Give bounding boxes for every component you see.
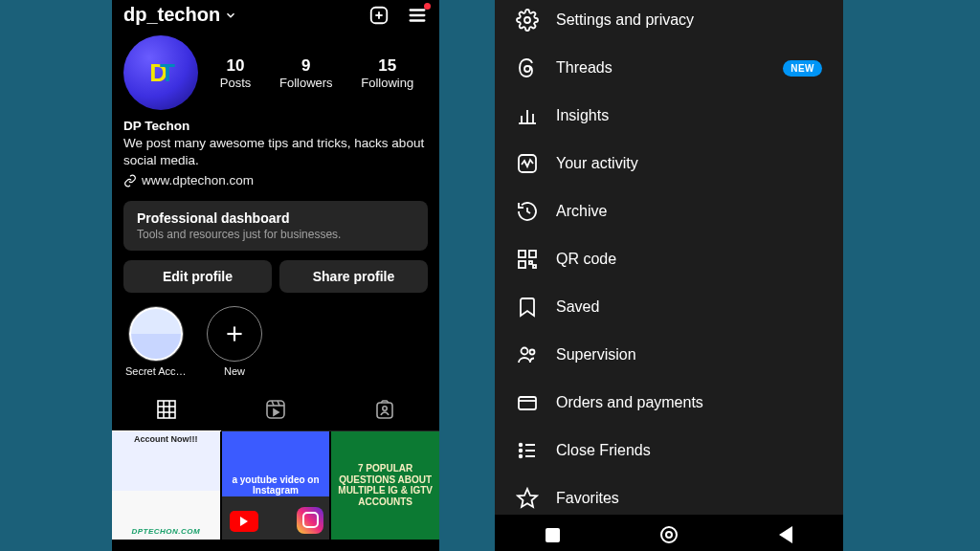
activity-icon (516, 152, 539, 175)
menu-label: Supervision (556, 346, 636, 364)
menu-your-activity[interactable]: Your activity (495, 140, 843, 187)
posts-count: 10 (220, 56, 252, 76)
menu-saved[interactable]: Saved (495, 283, 843, 331)
menu-label: Favorites (556, 490, 619, 507)
story-highlights: Secret Account New (112, 293, 439, 383)
bar-chart-icon (516, 104, 539, 127)
menu-button[interactable] (407, 5, 428, 26)
svg-rect-28 (519, 261, 525, 268)
svg-point-20 (524, 17, 530, 23)
post-text: Account Now!!! (112, 434, 220, 444)
svg-point-36 (520, 450, 522, 452)
link-icon (123, 174, 137, 187)
nav-recent-button[interactable] (546, 528, 560, 542)
nav-home-button[interactable] (660, 526, 678, 543)
svg-marker-17 (274, 409, 278, 415)
highlight-new[interactable]: New (204, 306, 265, 377)
bio-text: We post many awesome tips and tricks, ha… (123, 135, 428, 169)
stat-followers[interactable]: 9 Followers (279, 56, 333, 90)
archive-icon (516, 200, 539, 223)
stat-posts[interactable]: 10 Posts (220, 56, 252, 90)
create-post-button[interactable] (368, 5, 390, 26)
menu-supervision[interactable]: Supervision (495, 331, 843, 379)
settings-menu-screen: Settings and privacy Threads NEW Insight… (495, 0, 843, 551)
svg-rect-8 (158, 401, 175, 418)
svg-rect-27 (529, 251, 536, 257)
plus-icon (222, 321, 247, 346)
youtube-icon (230, 511, 258, 532)
svg-marker-41 (518, 489, 537, 507)
menu-label: Archive (556, 203, 607, 220)
highlight-label: Secret Account (125, 365, 187, 377)
tagged-icon (373, 398, 396, 421)
edit-profile-button[interactable]: Edit profile (123, 260, 272, 293)
bio-link-text: www.dptechon.com (142, 172, 254, 189)
posts-label: Posts (220, 76, 252, 90)
share-profile-button[interactable]: Share profile (279, 260, 428, 293)
instagram-icon (297, 507, 323, 534)
username-switcher[interactable]: dp_techon (123, 4, 237, 26)
menu-archive[interactable]: Archive (495, 187, 843, 235)
nav-back-button[interactable] (779, 526, 792, 543)
menu-orders-payments[interactable]: Orders and payments (495, 379, 843, 427)
menu-label: Saved (556, 298, 599, 316)
menu-label: Your activity (556, 155, 638, 172)
credit-card-icon (516, 391, 539, 414)
profile-screen: dp_techon DT 10 Posts 9 Followers (112, 0, 439, 551)
qr-code-icon (516, 248, 539, 271)
svg-rect-26 (519, 251, 525, 257)
professional-dashboard[interactable]: Professional dashboard Tools and resourc… (123, 201, 428, 251)
menu-close-friends[interactable]: Close Friends (495, 427, 843, 474)
dashboard-title: Professional dashboard (137, 210, 414, 226)
tab-tagged[interactable] (330, 388, 439, 430)
menu-label: Insights (556, 107, 609, 124)
following-count: 15 (361, 56, 413, 76)
threads-icon (516, 56, 539, 79)
post-thumbnail[interactable]: 7 Popular questions about multiple IG & … (331, 431, 439, 540)
post-thumbnail[interactable]: a youtube video on Instagram (222, 431, 330, 540)
notification-dot (424, 3, 431, 10)
profile-tabs (112, 388, 439, 431)
grid-icon (155, 398, 178, 421)
android-nav-bar (495, 515, 843, 551)
svg-rect-13 (267, 401, 284, 418)
menu-threads[interactable]: Threads NEW (495, 44, 843, 92)
reels-icon (264, 398, 287, 421)
highlight-thumb (129, 307, 183, 361)
tab-reels[interactable] (221, 388, 330, 430)
svg-point-19 (383, 407, 387, 410)
post-thumbnail[interactable]: Account Now!!! DPTECHON.COM (112, 431, 220, 540)
menu-qr-code[interactable]: QR code (495, 235, 843, 283)
stat-following[interactable]: 15 Following (361, 56, 413, 90)
svg-point-32 (530, 350, 535, 355)
list-icon (516, 439, 539, 462)
bio: DP Techon We post many awesome tips and … (112, 110, 439, 191)
post-text: a youtube video on Instagram (228, 474, 324, 496)
gear-icon (516, 9, 539, 32)
svg-point-35 (520, 444, 522, 446)
tab-grid[interactable] (112, 388, 221, 430)
menu-label: Threads (556, 59, 612, 77)
highlight-secret-account[interactable]: Secret Account (125, 306, 187, 377)
bio-link[interactable]: www.dptechon.com (123, 172, 428, 189)
username-text: dp_techon (123, 4, 220, 26)
svg-rect-30 (533, 265, 536, 268)
menu-settings-privacy[interactable]: Settings and privacy (495, 0, 843, 44)
avatar[interactable]: DT (123, 35, 198, 110)
bookmark-icon (516, 296, 539, 319)
svg-point-31 (522, 348, 528, 355)
settings-menu: Settings and privacy Threads NEW Insight… (495, 0, 843, 551)
svg-rect-33 (519, 397, 536, 409)
menu-label: Close Friends (556, 442, 651, 459)
following-label: Following (361, 76, 413, 90)
chevron-down-icon (224, 9, 237, 22)
followers-label: Followers (279, 76, 333, 90)
svg-point-37 (520, 455, 522, 457)
menu-label: QR code (556, 251, 616, 268)
menu-label: Orders and payments (556, 394, 703, 411)
profile-header: DT 10 Posts 9 Followers 15 Following (112, 35, 439, 110)
highlight-label: New (204, 365, 265, 377)
menu-insights[interactable]: Insights (495, 92, 843, 140)
post-text: 7 Popular questions about multiple IG & … (337, 463, 434, 507)
dashboard-subtitle: Tools and resources just for businesses. (137, 228, 414, 241)
